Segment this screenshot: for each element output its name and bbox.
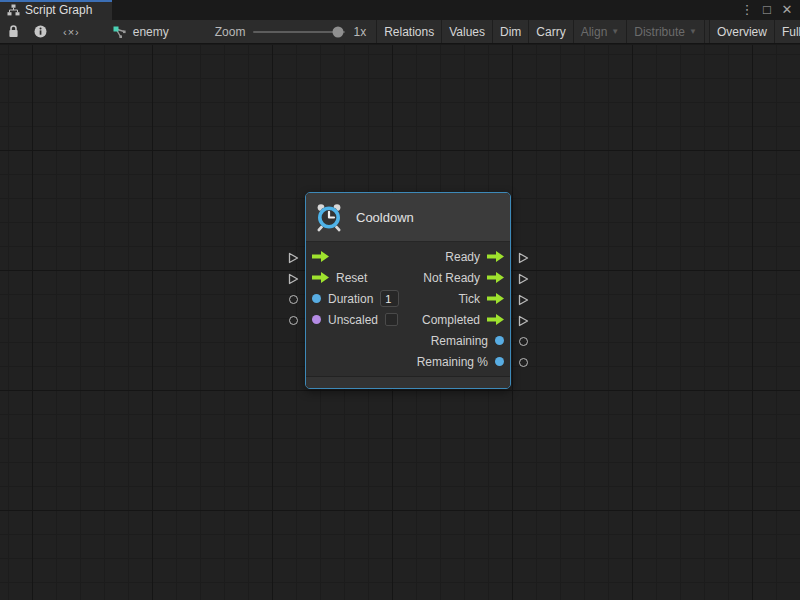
zoom-slider[interactable] (253, 31, 345, 33)
connection-values-button[interactable]: ‹×› (55, 20, 88, 43)
toolbar-right-buttons: Relations Values Dim Carry Align ▼ Distr… (376, 20, 800, 43)
window-controls: ⋮ □ ✕ (740, 0, 800, 20)
flow-port-triangle[interactable] (518, 252, 529, 264)
breadcrumb-label: enemy (133, 25, 169, 39)
input-ports-column: Reset Duration 1 Unscaled (306, 246, 408, 372)
lock-icon (8, 25, 19, 38)
flow-port-triangle[interactable] (518, 273, 529, 285)
tab-script-graph[interactable]: Script Graph (0, 0, 112, 20)
port-row-unscaled[interactable]: Unscaled (306, 309, 408, 330)
lock-button[interactable] (0, 20, 26, 43)
info-icon (34, 25, 47, 38)
zoom-value: 1x (353, 25, 366, 39)
relations-button[interactable]: Relations (376, 20, 441, 43)
tab-focus-highlight (0, 0, 112, 2)
flow-arrow-icon (487, 314, 504, 325)
port-label: Unscaled (328, 313, 378, 327)
button-label: Relations (384, 25, 434, 39)
carry-button[interactable]: Carry (528, 20, 572, 43)
cooldown-node[interactable]: Cooldown Reset Duration 1 (305, 192, 511, 389)
port-label: Completed (422, 313, 480, 327)
value-port-dot (495, 357, 504, 366)
value-port-circle[interactable] (519, 337, 528, 346)
port-row-completed[interactable]: Completed (408, 309, 510, 330)
port-label: Tick (458, 292, 480, 306)
port-row-reset[interactable]: Reset (306, 267, 408, 288)
flow-arrow-icon (487, 293, 504, 304)
angle-brackets-x-icon: ‹×› (63, 26, 80, 38)
button-label: Dim (500, 25, 521, 39)
maximize-icon[interactable]: □ (760, 0, 774, 20)
flow-port-triangle[interactable] (288, 273, 299, 285)
duration-input[interactable]: 1 (380, 290, 399, 307)
node-footer (306, 376, 510, 388)
value-port-dot (312, 315, 321, 324)
menu-dots-icon[interactable]: ⋮ (740, 0, 754, 20)
flow-port-triangle[interactable] (288, 252, 299, 264)
zoom-slider-handle[interactable] (333, 26, 344, 37)
value-port-circle[interactable] (289, 295, 298, 304)
close-icon[interactable]: ✕ (780, 0, 794, 20)
tab-title: Script Graph (25, 3, 92, 17)
output-ports-column: Ready Not Ready Tick (408, 246, 510, 372)
port-row-not-ready[interactable]: Not Ready (408, 267, 510, 288)
button-label: Align (581, 25, 608, 39)
port-row-duration[interactable]: Duration 1 (306, 288, 408, 309)
zoom-label: Zoom (215, 25, 246, 39)
align-dropdown: Align ▼ (573, 20, 627, 43)
zoom-control: Zoom 1x (179, 20, 376, 43)
flow-arrow-icon (312, 272, 329, 283)
distribute-dropdown: Distribute ▼ (626, 20, 704, 43)
node-header[interactable]: Cooldown (306, 193, 510, 242)
value-port-circle[interactable] (289, 316, 298, 325)
node-body: Reset Duration 1 Unscaled Ready (306, 242, 510, 376)
port-row-empty (306, 351, 408, 372)
value-port-dot (495, 336, 504, 345)
value-port-dot (312, 294, 321, 303)
port-row-flow-in[interactable] (306, 246, 408, 267)
info-button[interactable] (26, 20, 55, 43)
graph-toolbar: ‹×› enemy Zoom 1x Relations Values Dim C… (0, 20, 800, 44)
overview-button[interactable]: Overview (709, 20, 774, 43)
flow-arrow-icon (487, 272, 504, 283)
port-row-ready[interactable]: Ready (408, 246, 510, 267)
port-row-empty (306, 330, 408, 351)
port-row-remaining[interactable]: Remaining (408, 330, 510, 351)
button-label: Full Screen (782, 25, 800, 39)
window-tab-bar: Script Graph ⋮ □ ✕ (0, 0, 800, 20)
button-label: Distribute (634, 25, 685, 39)
chevron-down-icon: ▼ (611, 27, 619, 36)
external-output-connectors (516, 247, 530, 373)
port-row-remaining-pct[interactable]: Remaining % (408, 351, 510, 372)
port-label: Reset (336, 271, 367, 285)
flow-arrow-icon (312, 251, 329, 262)
breadcrumb[interactable]: enemy (88, 20, 179, 43)
flow-port-triangle[interactable] (518, 294, 529, 306)
port-row-tick[interactable]: Tick (408, 288, 510, 309)
port-label: Duration (328, 292, 373, 306)
button-label: Carry (536, 25, 565, 39)
graph-canvas[interactable]: Cooldown Reset Duration 1 (0, 45, 800, 600)
values-button[interactable]: Values (441, 20, 492, 43)
alarm-clock-icon (314, 202, 344, 232)
dim-button[interactable]: Dim (492, 20, 528, 43)
node-title: Cooldown (356, 210, 414, 225)
full-screen-button[interactable]: Full Screen (774, 20, 800, 43)
unscaled-checkbox[interactable] (385, 313, 398, 326)
port-label: Not Ready (423, 271, 480, 285)
flow-port-triangle[interactable] (518, 315, 529, 327)
button-label: Values (449, 25, 485, 39)
external-input-connectors (286, 247, 300, 373)
port-label: Ready (445, 250, 480, 264)
button-label: Overview (717, 25, 767, 39)
port-label: Remaining (431, 334, 488, 348)
port-label: Remaining % (417, 355, 488, 369)
graph-hierarchy-icon (7, 4, 20, 16)
flow-arrow-icon (487, 251, 504, 262)
value-port-circle[interactable] (519, 358, 528, 367)
chevron-down-icon: ▼ (689, 27, 697, 36)
script-graph-icon (112, 25, 127, 39)
